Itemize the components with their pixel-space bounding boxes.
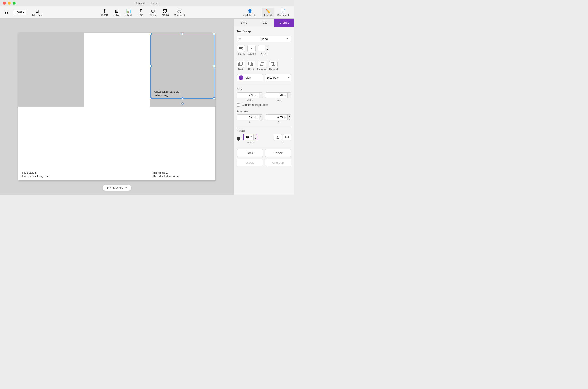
y-input[interactable]: 0.35 in ▲ ▼	[265, 114, 291, 121]
alpha-value	[258, 47, 265, 49]
tab-style[interactable]: Style	[234, 19, 254, 27]
constrain-row: Constrain proportions	[237, 103, 291, 106]
ungroup-button[interactable]: Ungroup	[265, 159, 291, 166]
insert-button[interactable]: ¶ Insert	[99, 8, 110, 17]
media-label: Media	[162, 13, 169, 16]
x-field-group: 8.44 in ▲ ▼ X	[237, 114, 263, 124]
view-button[interactable]: ☷	[3, 9, 10, 16]
angle-up-arrow[interactable]: ▲	[254, 134, 257, 137]
height-down-arrow[interactable]: ▼	[288, 96, 291, 98]
wrap-icon: ≡	[239, 37, 241, 41]
cell-r2c2	[84, 106, 150, 180]
constrain-label: Constrain proportions	[242, 103, 269, 106]
align-dropdown[interactable]: ▾ Align	[237, 74, 263, 81]
backward-button[interactable]: Backward	[257, 61, 267, 71]
chart-button[interactable]: 📊 Chart	[123, 8, 135, 17]
shape-label: Shape	[149, 14, 157, 16]
svg-rect-3	[250, 47, 253, 47]
y-up-arrow[interactable]: ▲	[288, 115, 291, 117]
spacing-icon	[249, 47, 254, 50]
document-label: Document	[277, 14, 289, 16]
flip-group: Flip	[274, 134, 291, 143]
cell-r1c2	[84, 33, 150, 106]
align-label: Align	[245, 76, 251, 79]
height-input[interactable]: 1.78 in ▲ ▼	[265, 92, 291, 98]
size-section: Size 2.36 in ▲ ▼ Width	[237, 88, 291, 106]
format-button[interactable]: ✏️ Format	[262, 8, 275, 17]
x-input[interactable]: 8.44 in ▲ ▼	[237, 114, 263, 121]
collaborate-button[interactable]: 👤 Collaborate	[241, 8, 259, 17]
tab-text[interactable]: Text	[254, 19, 274, 27]
minimize-button[interactable]	[8, 2, 11, 5]
back-button[interactable]: Back	[237, 61, 245, 71]
maximize-button[interactable]	[13, 2, 16, 5]
svg-rect-1	[239, 48, 242, 49]
spacing-button[interactable]	[247, 45, 256, 52]
text-fit-button[interactable]	[237, 45, 245, 52]
constrain-checkbox[interactable]	[237, 103, 240, 106]
angle-arrows: ▲ ▼	[253, 134, 257, 140]
selected-object[interactable]: This is the text for my zine. This is pa…	[150, 34, 214, 99]
height-arrows: ▲ ▼	[287, 93, 291, 98]
table-label: Table	[114, 14, 120, 16]
text-wrap-dropdown[interactable]: ≡ None ▼	[237, 35, 291, 42]
add-page-button[interactable]: ⊞ Add Page	[29, 8, 45, 17]
width-down-arrow[interactable]: ▼	[259, 96, 263, 98]
group-button[interactable]: Group	[237, 159, 263, 166]
alpha-input[interactable]: ▲ ▼	[258, 45, 269, 51]
backward-label: Backward	[257, 68, 267, 71]
distribute-dropdown[interactable]: Distribute ▾	[265, 74, 291, 81]
char-count-label: 44 characters	[106, 186, 123, 189]
cell-r2c3: This is page 2. This is the text for my …	[150, 106, 215, 180]
width-input[interactable]: 2.36 in ▲ ▼	[237, 92, 263, 98]
zoom-control[interactable]: 100% ▾	[11, 9, 29, 16]
angle-input[interactable]: 180° ▲ ▼	[243, 134, 257, 140]
text-button[interactable]: T Text	[135, 8, 146, 17]
close-button[interactable]	[3, 2, 6, 5]
cell-r2c1: This is page 8. This is the text for my …	[18, 106, 84, 180]
comment-button[interactable]: 💬 Comment	[172, 8, 187, 17]
unlock-button[interactable]: Unlock	[265, 149, 291, 157]
front-label: Front	[248, 68, 254, 71]
page2-text1: This is page 2.	[153, 171, 212, 175]
table-button[interactable]: ⊞ Table	[111, 8, 122, 17]
shape-button[interactable]: ⬡ Shape	[147, 8, 159, 17]
char-count-bar[interactable]: 44 characters ▼	[103, 185, 132, 191]
canvas-area[interactable]: This is the text for my zine. This is pa…	[0, 19, 234, 194]
main-area: This is the text for my zine. This is pa…	[0, 19, 294, 194]
forward-button[interactable]: Forward	[269, 61, 278, 71]
alpha-down-arrow[interactable]: ▼	[265, 48, 269, 51]
flip-horizontal-button[interactable]	[283, 134, 291, 140]
height-up-arrow[interactable]: ▲	[288, 93, 291, 96]
document-button[interactable]: 📄 Document	[275, 8, 291, 17]
svg-marker-14	[277, 136, 279, 137]
cell-r1c3[interactable]: This is the text for my zine. This is pa…	[150, 33, 215, 106]
panel-tabs: Style Text Arrange	[234, 19, 294, 27]
position-section: Position 8.44 in ▲ ▼ X	[237, 110, 291, 124]
angle-down-arrow[interactable]: ▼	[254, 137, 257, 140]
rotate-label: Rotate	[237, 129, 291, 132]
insert-label: Insert	[101, 13, 108, 16]
front-button[interactable]: Front	[247, 61, 255, 71]
lock-button[interactable]: Lock	[237, 149, 263, 157]
shape-icon: ⬡	[151, 9, 155, 14]
text-fit-row: Text Fit Spacing	[237, 45, 291, 55]
handle-rotate[interactable]	[181, 102, 184, 105]
alpha-up-arrow[interactable]: ▲	[265, 45, 269, 48]
text-fit-label: Text Fit	[237, 52, 244, 55]
titlebar: Untitled — Edited	[0, 0, 294, 6]
divider-1	[237, 58, 291, 59]
text-label: Text	[138, 13, 143, 16]
flip-label: Flip	[280, 141, 284, 143]
width-up-arrow[interactable]: ▲	[259, 93, 263, 96]
media-button[interactable]: 🖼 Media	[160, 8, 171, 17]
x-up-arrow[interactable]: ▲	[259, 115, 263, 117]
window-controls[interactable]	[3, 2, 16, 5]
y-down-arrow[interactable]: ▼	[288, 117, 291, 120]
x-down-arrow[interactable]: ▼	[259, 117, 263, 120]
flip-vertical-button[interactable]	[274, 134, 282, 140]
tab-arrange[interactable]: Arrange	[274, 19, 294, 27]
svg-rect-11	[261, 63, 264, 65]
collaborate-label: Collaborate	[243, 14, 256, 16]
spacing-label: Spacing	[247, 52, 256, 55]
